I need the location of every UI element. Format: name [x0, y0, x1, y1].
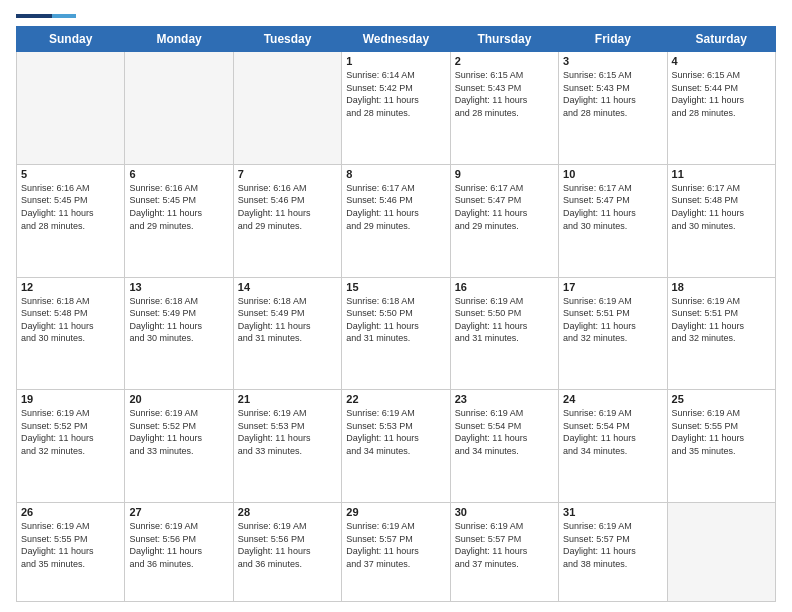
logo	[16, 12, 76, 18]
day-number: 15	[346, 281, 445, 293]
day-info: Sunrise: 6:19 AM Sunset: 5:53 PM Dayligh…	[346, 407, 445, 457]
day-info: Sunrise: 6:14 AM Sunset: 5:42 PM Dayligh…	[346, 69, 445, 119]
day-number: 5	[21, 168, 120, 180]
day-number: 21	[238, 393, 337, 405]
day-number: 18	[672, 281, 771, 293]
day-info: Sunrise: 6:15 AM Sunset: 5:44 PM Dayligh…	[672, 69, 771, 119]
day-info: Sunrise: 6:19 AM Sunset: 5:55 PM Dayligh…	[21, 520, 120, 570]
day-info: Sunrise: 6:19 AM Sunset: 5:52 PM Dayligh…	[21, 407, 120, 457]
weekday-header: Friday	[559, 27, 667, 52]
day-number: 22	[346, 393, 445, 405]
day-number: 28	[238, 506, 337, 518]
calendar-cell: 6Sunrise: 6:16 AM Sunset: 5:45 PM Daylig…	[125, 164, 233, 277]
day-number: 10	[563, 168, 662, 180]
day-number: 19	[21, 393, 120, 405]
day-info: Sunrise: 6:16 AM Sunset: 5:46 PM Dayligh…	[238, 182, 337, 232]
calendar-cell: 26Sunrise: 6:19 AM Sunset: 5:55 PM Dayli…	[17, 503, 125, 602]
day-info: Sunrise: 6:19 AM Sunset: 5:52 PM Dayligh…	[129, 407, 228, 457]
day-info: Sunrise: 6:19 AM Sunset: 5:50 PM Dayligh…	[455, 295, 554, 345]
calendar-cell: 9Sunrise: 6:17 AM Sunset: 5:47 PM Daylig…	[450, 164, 558, 277]
calendar-cell: 25Sunrise: 6:19 AM Sunset: 5:55 PM Dayli…	[667, 390, 775, 503]
weekday-header: Thursday	[450, 27, 558, 52]
weekday-header: Wednesday	[342, 27, 450, 52]
day-info: Sunrise: 6:15 AM Sunset: 5:43 PM Dayligh…	[563, 69, 662, 119]
weekday-header: Monday	[125, 27, 233, 52]
calendar-cell: 3Sunrise: 6:15 AM Sunset: 5:43 PM Daylig…	[559, 52, 667, 165]
weekday-header: Sunday	[17, 27, 125, 52]
day-number: 27	[129, 506, 228, 518]
calendar-cell	[17, 52, 125, 165]
day-number: 23	[455, 393, 554, 405]
day-info: Sunrise: 6:16 AM Sunset: 5:45 PM Dayligh…	[129, 182, 228, 232]
calendar-table: SundayMondayTuesdayWednesdayThursdayFrid…	[16, 26, 776, 602]
calendar-cell: 24Sunrise: 6:19 AM Sunset: 5:54 PM Dayli…	[559, 390, 667, 503]
day-info: Sunrise: 6:16 AM Sunset: 5:45 PM Dayligh…	[21, 182, 120, 232]
day-info: Sunrise: 6:19 AM Sunset: 5:51 PM Dayligh…	[672, 295, 771, 345]
calendar-cell: 13Sunrise: 6:18 AM Sunset: 5:49 PM Dayli…	[125, 277, 233, 390]
calendar-cell: 17Sunrise: 6:19 AM Sunset: 5:51 PM Dayli…	[559, 277, 667, 390]
calendar-cell: 5Sunrise: 6:16 AM Sunset: 5:45 PM Daylig…	[17, 164, 125, 277]
calendar-cell	[233, 52, 341, 165]
calendar-cell: 16Sunrise: 6:19 AM Sunset: 5:50 PM Dayli…	[450, 277, 558, 390]
day-number: 2	[455, 55, 554, 67]
day-info: Sunrise: 6:19 AM Sunset: 5:54 PM Dayligh…	[563, 407, 662, 457]
calendar-cell	[667, 503, 775, 602]
day-number: 4	[672, 55, 771, 67]
day-number: 3	[563, 55, 662, 67]
calendar-cell: 18Sunrise: 6:19 AM Sunset: 5:51 PM Dayli…	[667, 277, 775, 390]
page: SundayMondayTuesdayWednesdayThursdayFrid…	[0, 0, 792, 612]
day-info: Sunrise: 6:17 AM Sunset: 5:47 PM Dayligh…	[563, 182, 662, 232]
day-info: Sunrise: 6:19 AM Sunset: 5:57 PM Dayligh…	[346, 520, 445, 570]
day-info: Sunrise: 6:18 AM Sunset: 5:49 PM Dayligh…	[129, 295, 228, 345]
calendar-cell: 15Sunrise: 6:18 AM Sunset: 5:50 PM Dayli…	[342, 277, 450, 390]
header	[16, 12, 776, 18]
day-info: Sunrise: 6:19 AM Sunset: 5:54 PM Dayligh…	[455, 407, 554, 457]
calendar-cell: 12Sunrise: 6:18 AM Sunset: 5:48 PM Dayli…	[17, 277, 125, 390]
day-info: Sunrise: 6:17 AM Sunset: 5:48 PM Dayligh…	[672, 182, 771, 232]
day-info: Sunrise: 6:15 AM Sunset: 5:43 PM Dayligh…	[455, 69, 554, 119]
calendar-cell: 2Sunrise: 6:15 AM Sunset: 5:43 PM Daylig…	[450, 52, 558, 165]
weekday-header: Tuesday	[233, 27, 341, 52]
calendar-cell: 4Sunrise: 6:15 AM Sunset: 5:44 PM Daylig…	[667, 52, 775, 165]
day-number: 1	[346, 55, 445, 67]
day-info: Sunrise: 6:19 AM Sunset: 5:53 PM Dayligh…	[238, 407, 337, 457]
day-number: 6	[129, 168, 228, 180]
day-info: Sunrise: 6:17 AM Sunset: 5:46 PM Dayligh…	[346, 182, 445, 232]
day-info: Sunrise: 6:19 AM Sunset: 5:55 PM Dayligh…	[672, 407, 771, 457]
calendar-cell: 11Sunrise: 6:17 AM Sunset: 5:48 PM Dayli…	[667, 164, 775, 277]
day-number: 26	[21, 506, 120, 518]
day-info: Sunrise: 6:19 AM Sunset: 5:57 PM Dayligh…	[455, 520, 554, 570]
calendar-cell: 28Sunrise: 6:19 AM Sunset: 5:56 PM Dayli…	[233, 503, 341, 602]
day-number: 12	[21, 281, 120, 293]
calendar-cell: 30Sunrise: 6:19 AM Sunset: 5:57 PM Dayli…	[450, 503, 558, 602]
day-number: 30	[455, 506, 554, 518]
calendar-cell: 27Sunrise: 6:19 AM Sunset: 5:56 PM Dayli…	[125, 503, 233, 602]
day-number: 7	[238, 168, 337, 180]
day-number: 17	[563, 281, 662, 293]
day-info: Sunrise: 6:18 AM Sunset: 5:48 PM Dayligh…	[21, 295, 120, 345]
day-number: 20	[129, 393, 228, 405]
day-number: 24	[563, 393, 662, 405]
day-number: 11	[672, 168, 771, 180]
calendar-cell: 7Sunrise: 6:16 AM Sunset: 5:46 PM Daylig…	[233, 164, 341, 277]
day-info: Sunrise: 6:19 AM Sunset: 5:56 PM Dayligh…	[129, 520, 228, 570]
day-number: 13	[129, 281, 228, 293]
calendar-cell	[125, 52, 233, 165]
day-number: 14	[238, 281, 337, 293]
calendar-cell: 29Sunrise: 6:19 AM Sunset: 5:57 PM Dayli…	[342, 503, 450, 602]
calendar-cell: 8Sunrise: 6:17 AM Sunset: 5:46 PM Daylig…	[342, 164, 450, 277]
day-number: 31	[563, 506, 662, 518]
day-info: Sunrise: 6:19 AM Sunset: 5:51 PM Dayligh…	[563, 295, 662, 345]
calendar-cell: 10Sunrise: 6:17 AM Sunset: 5:47 PM Dayli…	[559, 164, 667, 277]
day-info: Sunrise: 6:19 AM Sunset: 5:56 PM Dayligh…	[238, 520, 337, 570]
day-number: 29	[346, 506, 445, 518]
logo-bar	[16, 14, 76, 18]
calendar-cell: 31Sunrise: 6:19 AM Sunset: 5:57 PM Dayli…	[559, 503, 667, 602]
calendar-cell: 21Sunrise: 6:19 AM Sunset: 5:53 PM Dayli…	[233, 390, 341, 503]
day-number: 25	[672, 393, 771, 405]
calendar-cell: 23Sunrise: 6:19 AM Sunset: 5:54 PM Dayli…	[450, 390, 558, 503]
day-number: 8	[346, 168, 445, 180]
day-info: Sunrise: 6:18 AM Sunset: 5:50 PM Dayligh…	[346, 295, 445, 345]
day-info: Sunrise: 6:19 AM Sunset: 5:57 PM Dayligh…	[563, 520, 662, 570]
day-info: Sunrise: 6:17 AM Sunset: 5:47 PM Dayligh…	[455, 182, 554, 232]
